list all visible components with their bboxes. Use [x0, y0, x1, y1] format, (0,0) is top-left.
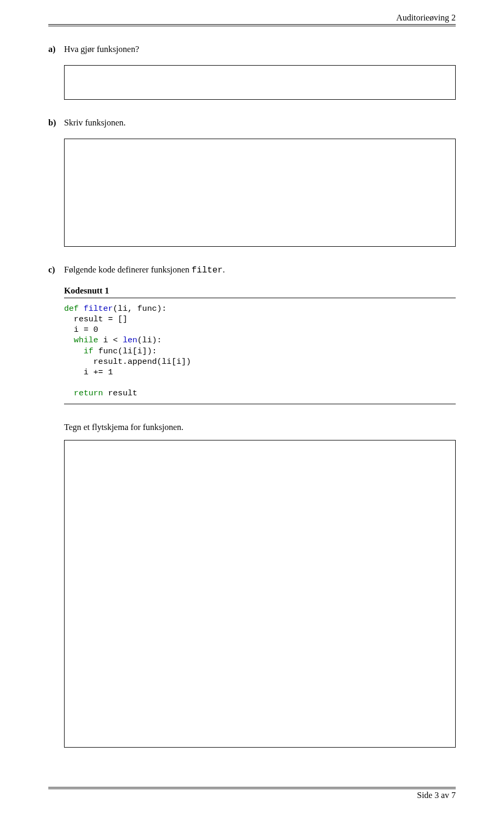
answer-box-b-wrap	[64, 139, 456, 247]
code-kw-while: while	[74, 335, 99, 345]
question-c-pre: Følgende kode definerer funksjonen	[64, 265, 192, 275]
answer-box-c-wrap	[64, 440, 456, 748]
header-title: Auditorieøving 2	[396, 13, 456, 23]
question-a-text: Hva gjør funksjonen?	[64, 44, 456, 55]
code-l2: result = []	[64, 314, 128, 324]
answer-box-a	[64, 65, 456, 100]
code-l5-ind	[64, 346, 83, 356]
code-l6: result.append(li[i])	[64, 357, 191, 366]
question-c-code: filter	[192, 265, 223, 275]
question-c-label: c)	[48, 265, 64, 275]
question-b-label: b)	[48, 118, 64, 128]
question-c-post: .	[223, 265, 225, 275]
question-b: b) Skriv funksjonen.	[48, 118, 456, 128]
code-l4-ind	[64, 335, 74, 345]
code-kw-return: return	[74, 388, 103, 398]
question-c-text: Følgende kode definerer funksjonen filte…	[64, 265, 456, 275]
code-l9-ind	[64, 388, 74, 398]
code-fn-filter: filter	[83, 304, 113, 313]
code-l5-rest: func(li[i]):	[93, 346, 157, 356]
question-a: a) Hva gjør funksjonen?	[48, 44, 456, 55]
question-a-label: a)	[48, 44, 64, 55]
page-content: Auditorieøving 2 a) Hva gjør funksjonen?…	[0, 0, 504, 748]
answer-box-a-wrap	[64, 65, 456, 100]
post-snippet-text: Tegn et flytskjema for funksjonen.	[64, 422, 456, 433]
page-footer: Side 3 av 7	[48, 787, 456, 801]
footer-text: Side 3 av 7	[417, 790, 456, 800]
code-l1-rest: (li, func):	[113, 304, 166, 313]
code-l3: i = 0	[64, 325, 98, 334]
code-kw-def: def	[64, 304, 79, 313]
page-header: Auditorieøving 2	[48, 13, 456, 26]
answer-box-b	[64, 139, 456, 247]
code-fn-len: len	[123, 335, 138, 345]
code-l4-end: (li):	[138, 335, 162, 345]
snippet-label: Kodesnutt 1	[64, 286, 456, 298]
code-kw-if: if	[83, 346, 93, 356]
question-b-text: Skriv funksjonen.	[64, 118, 456, 128]
code-l9-rest: result	[103, 388, 137, 398]
code-block: def filter(li, func): result = [] i = 0 …	[64, 303, 456, 404]
code-l4-rest: i <	[98, 335, 123, 345]
question-c: c) Følgende kode definerer funksjonen fi…	[48, 265, 456, 275]
answer-box-c	[64, 440, 456, 748]
code-l7: i += 1	[64, 368, 113, 377]
